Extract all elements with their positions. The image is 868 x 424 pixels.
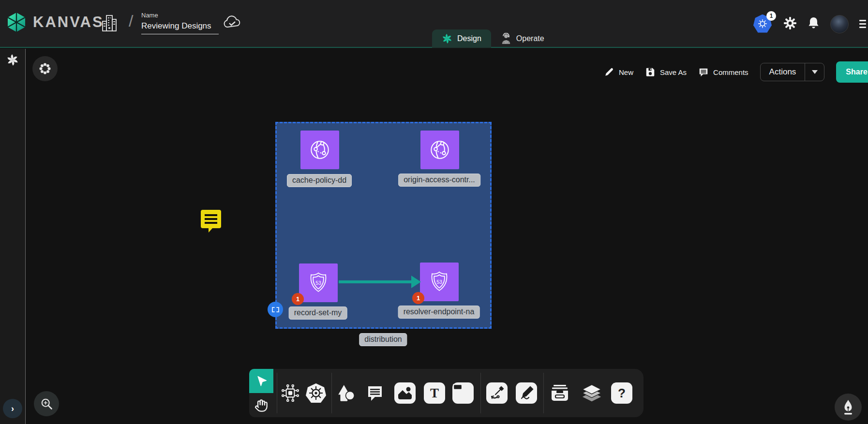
spiral-icon [442,33,452,44]
layers-icon [581,382,603,404]
header-bar: KANVAS / Name [0,0,868,48]
node-label-cache-policy[interactable]: cache-policy-dd [287,174,352,187]
tool-select[interactable] [249,369,273,393]
header-right-cluster: 1 [753,0,861,48]
comments-button[interactable]: Comments [698,67,748,77]
tab-operate[interactable]: Operate [491,29,554,48]
toolbar-divider [277,373,277,413]
toolbar-divider [480,373,481,413]
active-users-button[interactable]: 1 [753,15,773,34]
save-icon [645,67,656,77]
magnifier-plus-icon [40,397,53,410]
comments-label: Comments [713,68,748,76]
sidebar-home-button[interactable] [6,54,19,68]
node-label-record-set[interactable]: record-set-my [289,307,347,320]
design-name-input[interactable] [141,20,219,34]
tool-text[interactable]: T [423,381,446,405]
tool-drawer[interactable] [548,381,571,405]
user-avatar[interactable] [830,15,849,33]
canvas-action-bar: New Save As Comments Actions [604,61,868,83]
chevron-down-icon [812,70,818,74]
node-cache-policy[interactable] [300,131,339,169]
cloud-check-icon [223,15,242,30]
node-resolver-endpoint[interactable]: 53 [420,263,459,301]
name-field-label: Name [141,12,219,19]
cloudfront-globe-icon [427,137,453,163]
actions-label: Actions [761,67,805,77]
toolbar-divider [543,373,544,413]
dashed-rect-icon [272,307,279,312]
node-label-origin-access-control[interactable]: origin-access-contr... [398,174,480,187]
bottom-toolbar: T [249,369,644,417]
node-origin-access-control[interactable] [420,131,459,169]
hamburger-icon[interactable] [859,19,866,29]
shapes-icon [336,383,356,403]
building-icon [101,14,118,33]
tab-operate-label: Operate [516,34,544,43]
spiral-icon [6,54,19,66]
save-as-label: Save As [660,68,687,76]
edge-record-set-to-resolver[interactable] [339,280,412,283]
app-window: KANVAS / Name [0,0,868,424]
tool-comment[interactable] [363,381,387,405]
edge-arrowhead [411,276,421,288]
comment-icon [698,67,709,77]
chevron-right-icon: › [11,404,14,414]
tool-pencil-sketch[interactable] [515,381,538,405]
speech-bubble-icon [200,209,222,233]
quick-palette-button[interactable] [32,56,58,81]
share-button[interactable]: Share [836,61,868,83]
kubernetes-helm-icon [305,382,327,404]
tool-infrastructure[interactable] [279,381,302,405]
node-label-resolver-endpoint[interactable]: resolver-endpoint-na [398,306,480,319]
design-name-group: Name [141,12,219,34]
drawer-icon [549,382,570,404]
node-badge-resolver-endpoint[interactable]: 1 [412,292,424,304]
pen-path-icon [486,382,508,404]
gear-icon [783,16,797,30]
app-logo[interactable]: KANVAS [6,12,104,33]
tool-note[interactable] [451,381,475,405]
sidebar-expand-button[interactable]: › [3,399,22,418]
image-icon [394,382,416,404]
organization-button[interactable] [101,14,118,35]
flower-asterisk-icon [39,62,51,75]
pencil-sketch-icon [516,382,537,404]
actions-caret-button[interactable] [805,63,824,81]
node-record-set[interactable]: 53 [299,263,338,302]
svg-text:53: 53 [436,279,442,285]
new-button[interactable]: New [604,67,633,77]
new-label: New [619,68,633,76]
cloudfront-globe-icon [307,137,333,163]
text-icon: T [424,382,445,404]
tool-image[interactable] [393,381,417,405]
route53-shield-icon: 53 [427,269,452,294]
logo-wordmark: KANVAS [33,14,104,31]
zoom-in-button[interactable] [34,391,59,416]
tool-pen-path[interactable] [485,381,509,405]
settings-button[interactable] [783,16,797,32]
kanvas-logo-icon [6,12,27,33]
group-label-distribution[interactable]: distribution [359,333,407,346]
node-badge-record-set[interactable]: 1 [292,293,304,305]
pen-nib-icon [841,399,855,415]
save-as-button[interactable]: Save As [645,67,687,77]
tool-help[interactable]: ? [610,381,633,405]
actions-dropdown-button[interactable]: Actions [760,63,825,81]
notifications-button[interactable] [808,16,820,31]
sync-status [223,15,242,32]
tool-pan[interactable] [249,394,273,417]
tool-kubernetes[interactable] [304,381,328,405]
mode-tabs: Design Operate [432,29,554,48]
selection-handle[interactable] [268,302,283,317]
tool-layers[interactable] [580,381,603,405]
hand-icon [254,399,268,412]
tool-shapes[interactable] [334,381,358,405]
share-label: Share [836,68,868,76]
comment-marker[interactable] [200,209,222,235]
tab-design[interactable]: Design [432,29,491,48]
comment-bubble-icon [365,383,385,403]
pen-mode-button[interactable] [835,394,862,421]
question-mark-icon: ? [611,382,632,404]
users-count-badge: 1 [766,11,776,21]
